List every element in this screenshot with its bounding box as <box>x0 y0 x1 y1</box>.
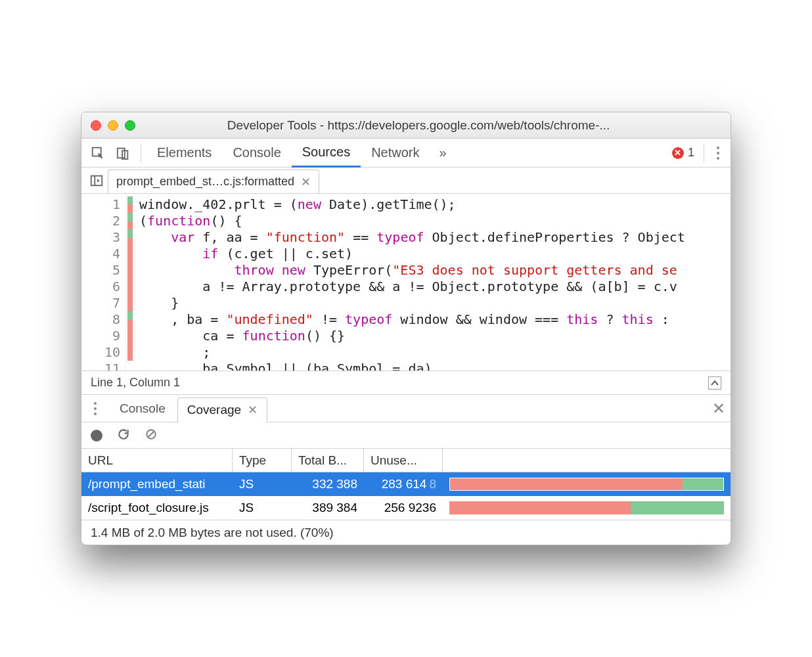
coverage-row[interactable]: /script_foot_closure.jsJS389 384256 9236 <box>81 496 731 520</box>
coverage-marker <box>127 361 133 371</box>
drawer-tab-bar: Console Coverage ✕ ✕ <box>81 395 731 422</box>
line-number: 3 <box>81 229 125 246</box>
line-number: 5 <box>81 262 125 279</box>
coverage-marker <box>127 262 133 279</box>
window-controls <box>91 120 135 131</box>
devtools-window: Developer Tools - https://developers.goo… <box>81 112 731 545</box>
coverage-marker <box>127 196 133 213</box>
file-tab-bar: prompt_embed_st…c.js:formatted ✕ <box>81 168 731 194</box>
svg-line-6 <box>148 431 154 438</box>
file-tab-label: prompt_embed_st…c.js:formatted <box>116 175 294 189</box>
separator <box>141 144 141 162</box>
coverage-marker <box>127 213 133 229</box>
cell-type: JS <box>233 472 292 496</box>
more-tabs-icon[interactable]: » <box>430 145 456 160</box>
line-number: 1 <box>81 196 125 213</box>
coverage-marker <box>127 279 133 295</box>
code-body[interactable]: window._402.prlt = (new Date).getTime();… <box>134 194 692 371</box>
error-indicator[interactable]: ✕ 1 <box>672 146 694 160</box>
line-number: 9 <box>81 328 125 344</box>
cell-url: /script_foot_closure.js <box>81 496 233 520</box>
main-toolbar: Elements Console Sources Network » ✕ 1 <box>81 139 731 168</box>
separator <box>704 144 704 162</box>
tab-sources[interactable]: Sources <box>292 139 361 168</box>
cell-url: /prompt_embed_stati <box>81 472 233 496</box>
drawer-menu-icon[interactable] <box>87 402 104 415</box>
line-number: 4 <box>81 246 125 262</box>
tab-network[interactable]: Network <box>361 139 430 168</box>
close-icon[interactable]: ✕ <box>248 403 258 417</box>
coverage-toolbar <box>81 422 731 449</box>
code-line[interactable]: ba.Symbol || (ba.Symbol = da) <box>139 361 685 371</box>
inspect-element-icon[interactable] <box>87 142 109 164</box>
line-number: 10 <box>81 344 125 361</box>
col-header-unused[interactable]: Unuse... <box>364 449 443 472</box>
cell-unused: 256 9236 <box>364 496 443 520</box>
cell-total: 332 388 <box>292 472 364 496</box>
cell-type: JS <box>233 496 292 520</box>
tab-console[interactable]: Console <box>222 139 291 168</box>
col-header-total[interactable]: Total B... <box>292 449 364 472</box>
col-header-url[interactable]: URL <box>81 449 233 472</box>
minimize-window-button[interactable] <box>108 120 118 131</box>
code-line[interactable]: } <box>139 295 685 311</box>
coverage-table-header: URL Type Total B... Unuse... <box>81 449 731 472</box>
clear-icon[interactable] <box>145 428 158 443</box>
error-icon: ✕ <box>672 147 684 159</box>
expand-drawer-icon[interactable] <box>708 376 721 390</box>
code-line[interactable]: var f, aa = "function" == typeof Object.… <box>139 229 685 246</box>
coverage-table: URL Type Total B... Unuse... /prompt_emb… <box>81 449 731 520</box>
code-line[interactable]: throw new TypeError("ES3 does not suppor… <box>139 262 685 279</box>
line-number: 11 <box>81 361 125 371</box>
maximize-window-button[interactable] <box>125 120 135 131</box>
window-title: Developer Tools - https://developers.goo… <box>142 118 721 133</box>
editor-status-bar: Line 1, Column 1 <box>81 371 731 395</box>
coverage-row[interactable]: /prompt_embed_statiJS332 388283 6148 <box>81 472 731 496</box>
line-number-gutter: 1234567891011 <box>81 194 126 371</box>
drawer-tab-label: Coverage <box>187 403 241 417</box>
titlebar: Developer Tools - https://developers.goo… <box>81 112 731 139</box>
close-window-button[interactable] <box>91 120 101 131</box>
settings-menu-icon[interactable] <box>710 147 727 160</box>
panel-tabs: Elements Console Sources Network <box>147 139 430 168</box>
close-drawer-icon[interactable]: ✕ <box>712 399 725 418</box>
record-button[interactable] <box>91 430 102 442</box>
code-line[interactable]: ca = function() {} <box>139 328 685 344</box>
line-number: 8 <box>81 311 125 328</box>
svg-rect-1 <box>118 148 125 158</box>
reload-icon[interactable] <box>117 428 130 443</box>
code-editor[interactable]: 1234567891011 window._402.prlt = (new Da… <box>81 194 731 371</box>
tab-elements[interactable]: Elements <box>147 139 222 168</box>
cursor-position: Line 1, Column 1 <box>91 376 180 390</box>
device-toolbar-icon[interactable] <box>112 142 134 164</box>
navigator-toggle-icon[interactable] <box>85 170 108 192</box>
code-line[interactable]: (function() { <box>139 213 685 229</box>
error-count: 1 <box>688 146 694 160</box>
coverage-summary: 1.4 MB of 2.0 MB bytes are not used. (70… <box>81 520 731 545</box>
drawer-tab-console[interactable]: Console <box>110 395 175 422</box>
coverage-marker <box>127 344 133 361</box>
line-number: 7 <box>81 295 125 311</box>
file-tab[interactable]: prompt_embed_st…c.js:formatted ✕ <box>108 170 319 193</box>
code-line[interactable]: if (c.get || c.set) <box>139 246 685 262</box>
code-line[interactable]: ; <box>139 344 685 361</box>
col-header-type[interactable]: Type <box>233 449 292 472</box>
coverage-marker <box>127 328 133 344</box>
coverage-marker <box>127 246 133 262</box>
code-line[interactable]: , ba = "undefined" != typeof window && w… <box>139 311 685 328</box>
cell-usage-bar <box>443 496 731 520</box>
cell-usage-bar <box>443 472 731 496</box>
line-number: 6 <box>81 279 125 295</box>
coverage-marker <box>127 295 133 311</box>
col-header-bar <box>443 449 731 472</box>
cell-unused: 283 6148 <box>364 472 443 496</box>
close-icon[interactable]: ✕ <box>301 175 311 189</box>
line-number: 2 <box>81 213 125 229</box>
code-line[interactable]: window._402.prlt = (new Date).getTime(); <box>139 196 685 213</box>
drawer-tab-coverage[interactable]: Coverage ✕ <box>177 397 267 422</box>
cell-total: 389 384 <box>292 496 364 520</box>
coverage-gutter <box>126 194 134 371</box>
code-line[interactable]: a != Array.prototype && a != Object.prot… <box>139 279 685 295</box>
coverage-marker <box>127 229 133 246</box>
svg-rect-3 <box>91 175 102 185</box>
